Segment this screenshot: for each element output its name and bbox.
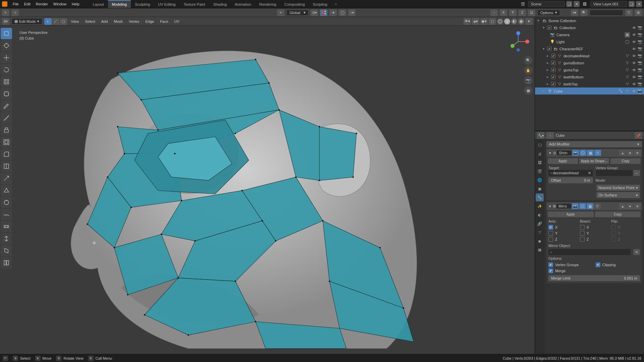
- mesh-select-mode-1[interactable]: ▫: [490, 9, 498, 16]
- scene-field[interactable]: Scene: [528, 1, 565, 7]
- xray-toggle[interactable]: ▢: [489, 18, 496, 25]
- visibility-dropdown[interactable]: 👁▾: [464, 18, 471, 25]
- shrinkwrap-collapse[interactable]: ▾: [548, 151, 552, 155]
- bisect-x-checkbox[interactable]: [580, 225, 585, 230]
- outliner-search-input[interactable]: [590, 10, 623, 16]
- ws-texturepaint[interactable]: Texture Paint: [179, 0, 209, 8]
- characterref-row[interactable]: ▾ 🗀CharacterREF 👁📷: [535, 45, 644, 52]
- shrinkwrap-name-field[interactable]: Shrin: [557, 150, 572, 155]
- display-render-toggle[interactable]: 📷: [572, 150, 579, 156]
- spin-tool[interactable]: [1, 197, 12, 208]
- invert-vgroup-button[interactable]: ↔: [633, 170, 640, 176]
- ws-shading[interactable]: Shading: [209, 0, 231, 8]
- ws-rendering[interactable]: Rendering: [255, 0, 280, 8]
- shading-options-dropdown[interactable]: ▾: [525, 18, 533, 25]
- mirror-name-field[interactable]: Mirro: [556, 204, 571, 208]
- cube-row[interactable]: ▸ ▽Cube 🔧 ▽ 👁📷: [535, 87, 644, 95]
- target-field[interactable]: ▫ decimatedHead✕: [548, 170, 593, 176]
- overlay-dropdown[interactable]: ◉▾: [480, 18, 488, 25]
- shrinkfatten-tool[interactable]: [1, 233, 12, 244]
- zoom-button[interactable]: 🔍: [524, 56, 533, 65]
- teethtop-row[interactable]: ▸ ▽teethTop ▽ 👁📷: [535, 80, 644, 87]
- output-tab[interactable]: 🖨: [536, 150, 544, 158]
- collection-row[interactable]: ▾ 🗀Collection 👁📷: [535, 24, 644, 31]
- proportional-falloff-dropdown[interactable]: ∩▾: [348, 9, 356, 16]
- blender-logo-icon[interactable]: [2, 1, 7, 7]
- mesh-data-icon[interactable]: ▽: [625, 53, 630, 59]
- ws-sculpting[interactable]: Sculpting: [131, 0, 154, 8]
- move-down-button[interactable]: ▾: [627, 150, 633, 156]
- shading-wireframe[interactable]: ◯: [497, 18, 503, 24]
- texture-tab[interactable]: ▦: [536, 246, 544, 254]
- disable-render-icon[interactable]: 📷: [637, 25, 643, 31]
- viewlayer-field[interactable]: View Layer.001: [590, 1, 627, 7]
- drag-tool-icon[interactable]: ⊹: [11, 9, 19, 16]
- display-cage-toggle[interactable]: ▽: [594, 150, 601, 156]
- camera-row[interactable]: 📷Camera ▣ 👁📷: [535, 31, 644, 38]
- axis-x-checkbox[interactable]: [548, 225, 553, 230]
- ws-compositing[interactable]: Compositing: [280, 0, 309, 8]
- options-dropdown[interactable]: Options▾: [537, 10, 560, 16]
- axis-z-checkbox[interactable]: [548, 237, 553, 242]
- navigation-gizmo[interactable]: [506, 30, 530, 53]
- extrude-tool[interactable]: [1, 124, 12, 136]
- pin-icon[interactable]: 📌: [635, 132, 642, 139]
- delete-modifier-button[interactable]: ✕: [634, 150, 641, 156]
- ws-scripting[interactable]: Scripting: [309, 0, 331, 8]
- vertexgroups-checkbox[interactable]: [548, 262, 553, 267]
- hide-viewport-icon[interactable]: 👁: [631, 25, 637, 31]
- loopcut-tool[interactable]: [1, 161, 12, 172]
- ws-layout[interactable]: Layout: [89, 0, 108, 8]
- smooth-tool[interactable]: [1, 209, 12, 220]
- editor-type-dropdown[interactable]: ⧉▾: [2, 18, 9, 25]
- light-row[interactable]: 💡Light ◯ 👁📷: [535, 38, 644, 45]
- outliner-panel[interactable]: ▾🗀 Scene Collection ▾ 🗀Collection 👁📷 📷Ca…: [535, 17, 644, 131]
- camera-view-button[interactable]: 📷: [524, 76, 533, 85]
- scene-collection-row[interactable]: ▾🗀 Scene Collection: [535, 17, 644, 24]
- delete-viewlayer-button[interactable]: ✕: [636, 1, 642, 7]
- edit-menu[interactable]: Edit: [21, 2, 33, 6]
- snap-target-dropdown[interactable]: ▫▾: [329, 9, 337, 16]
- mesh-data-icon[interactable]: ▽: [625, 88, 630, 94]
- view-menu[interactable]: View: [69, 19, 81, 23]
- bisect-z-checkbox[interactable]: [580, 237, 585, 242]
- orientation-icon[interactable]: ⌖: [277, 9, 284, 16]
- new-scene-button[interactable]: ❏: [566, 1, 572, 7]
- axis-y-checkbox[interactable]: [548, 231, 553, 236]
- constraint-tab[interactable]: 🔗: [536, 220, 544, 228]
- shear-tool[interactable]: [1, 245, 12, 256]
- bisect-y-checkbox[interactable]: [580, 231, 585, 236]
- help-menu[interactable]: Help: [69, 2, 82, 6]
- add-modifier-dropdown[interactable]: Add Modifier▾: [546, 141, 642, 147]
- properties-content[interactable]: Add Modifier▾ ▾ ⊙ Shrin 📷 🖵 ▦ ▽ ▴ ▾: [544, 140, 644, 362]
- render-menu[interactable]: Render: [33, 2, 51, 6]
- new-viewlayer-button[interactable]: ❏: [629, 1, 635, 7]
- shading-rendered[interactable]: ◉: [518, 18, 524, 24]
- decimatedhead-row[interactable]: ▸ ▽decimatedHead ▽ 👁📷: [535, 52, 644, 59]
- offset-field[interactable]: Offset0 m: [548, 177, 593, 183]
- light-data-icon[interactable]: ◯: [625, 39, 630, 45]
- wrap-method-dropdown[interactable]: Nearest Surface Point▾: [596, 185, 640, 191]
- clipping-checkbox[interactable]: [596, 262, 600, 267]
- vertex-menu[interactable]: Vertex: [127, 19, 141, 23]
- material-tab[interactable]: ◉: [536, 237, 544, 245]
- outliner-filter-button[interactable]: ▽: [625, 9, 633, 16]
- viewlayer-tab[interactable]: 🖼: [536, 159, 544, 167]
- mirror-copy-button[interactable]: Copy: [595, 212, 641, 217]
- select-box-tool[interactable]: [1, 28, 12, 39]
- mesh-tab[interactable]: ▽: [536, 228, 544, 236]
- physics-tab[interactable]: ◐: [536, 211, 544, 219]
- mesh-menu[interactable]: Mesh: [112, 19, 125, 23]
- move-tool[interactable]: [1, 52, 12, 63]
- face-menu[interactable]: Face: [158, 19, 170, 23]
- bevel-tool[interactable]: [1, 148, 12, 160]
- add-menu[interactable]: Add: [99, 19, 110, 23]
- proportional-edit-toggle[interactable]: ◯: [339, 9, 346, 16]
- copy-button[interactable]: Copy: [610, 158, 641, 164]
- mirror-object-field[interactable]: ▫: [548, 249, 631, 255]
- measure-tool[interactable]: [1, 112, 12, 124]
- file-menu[interactable]: File: [10, 2, 21, 6]
- perspective-toggle-button[interactable]: ▦: [524, 86, 533, 95]
- mirror-collapse[interactable]: ▾: [548, 204, 552, 208]
- vertexgroup-field[interactable]: [596, 170, 633, 176]
